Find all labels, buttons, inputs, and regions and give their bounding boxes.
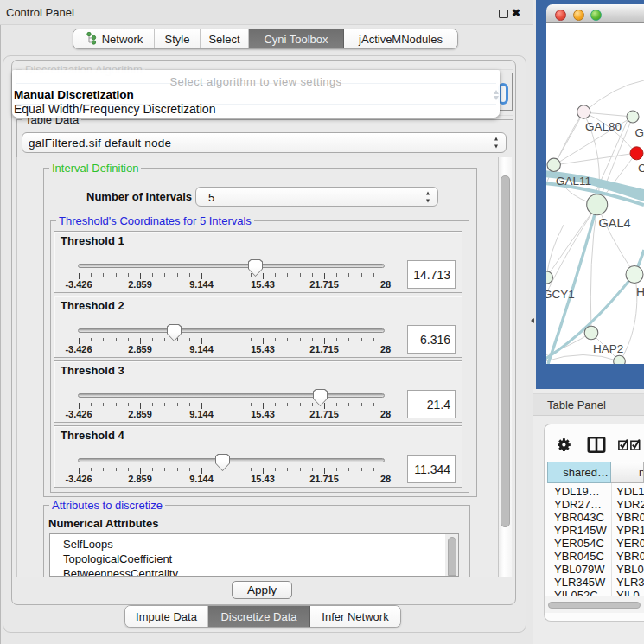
svg-text:GCY1: GCY1 xyxy=(546,288,575,301)
svg-text:GAL4: GAL4 xyxy=(599,216,631,230)
svg-text:GAL80: GAL80 xyxy=(585,120,622,133)
svg-text:HAP2: HAP2 xyxy=(593,342,623,355)
svg-text:GAL11: GAL11 xyxy=(556,175,591,188)
svg-text:CR: CR xyxy=(638,162,644,175)
svg-text:GA: GA xyxy=(635,126,644,139)
svg-text:HA: HA xyxy=(636,285,644,299)
